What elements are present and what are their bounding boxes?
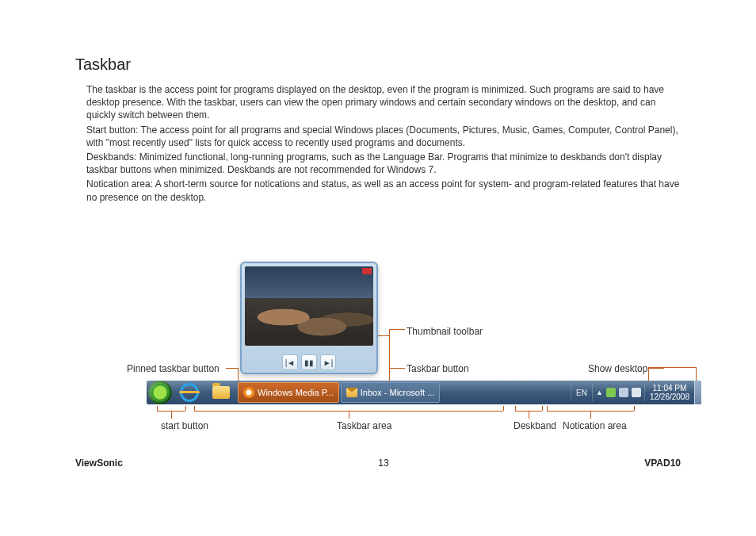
para-notification: Notication area: A short-term source for… xyxy=(86,178,681,203)
page-title: Taskbar xyxy=(75,56,681,74)
footer-model: VPAD10 xyxy=(644,458,681,469)
footer-page-number: 13 xyxy=(378,458,388,469)
tray-user-icon[interactable] xyxy=(606,388,616,397)
pinned-explorer-button[interactable] xyxy=(205,381,237,404)
wmp-icon xyxy=(243,387,254,398)
task-button-wmp-label: Windows Media P... xyxy=(258,388,334,397)
page-footer: ViewSonic 13 VPAD10 xyxy=(75,458,681,469)
mail-icon xyxy=(346,388,357,397)
thumb-prev-button[interactable]: |◄ xyxy=(282,354,298,370)
body-text: The taskbar is the access point for prog… xyxy=(86,83,681,204)
taskbar-diagram: Pinned taskbar button Thumbnail toolbar … xyxy=(75,262,681,452)
footer-brand: ViewSonic xyxy=(75,458,123,469)
thumbnail-image xyxy=(245,266,373,346)
pinned-taskbar-button-label: Pinned taskbar button xyxy=(127,363,220,374)
taskbar-area-label: Taskbar area xyxy=(337,420,391,431)
thumbnail-toolbar: |◄ ▮▮ ►| xyxy=(242,354,376,370)
ie-icon xyxy=(180,383,199,402)
notification-area: ▲ xyxy=(593,388,644,397)
notification-area-label: Notication area xyxy=(563,420,627,431)
clock-date: 12/26/2008 xyxy=(650,392,689,401)
task-button-wmp[interactable]: Windows Media P... xyxy=(238,382,339,403)
tray-expand-icon[interactable]: ▲ xyxy=(596,389,603,396)
clock-time: 11:04 PM xyxy=(650,384,689,392)
tray-volume-icon[interactable] xyxy=(632,388,641,397)
taskbar-button-label: Taskbar button xyxy=(407,363,469,374)
show-desktop-label: Show desktop xyxy=(588,363,647,374)
thumb-pause-button[interactable]: ▮▮ xyxy=(301,354,317,370)
para-start: Start button: The access point for all p… xyxy=(86,124,681,149)
thumb-next-button[interactable]: ►| xyxy=(320,354,336,370)
task-button-outlook[interactable]: Inbox - Microsoft ... xyxy=(341,382,441,403)
para-intro: The taskbar is the access point for prog… xyxy=(86,83,681,122)
thumbnail-preview[interactable]: |◄ ▮▮ ►| xyxy=(240,262,378,374)
para-deskbands: Deskbands: Minimized functional, long-ru… xyxy=(86,151,681,176)
thumbnail-toolbar-label: Thumbnail toolbar xyxy=(407,326,483,337)
start-button-label: start button xyxy=(161,420,208,431)
folder-icon xyxy=(212,386,230,399)
tray-network-icon[interactable] xyxy=(619,388,628,397)
pinned-ie-button[interactable] xyxy=(174,381,205,404)
taskbar: Windows Media P... Inbox - Microsoft ...… xyxy=(147,381,701,404)
show-desktop-button[interactable] xyxy=(694,381,701,404)
deskband-language[interactable]: EN xyxy=(571,384,593,401)
start-button[interactable] xyxy=(148,381,172,404)
deskband-label: Deskband xyxy=(514,420,556,431)
taskbar-clock[interactable]: 11:04 PM 12/26/2008 xyxy=(644,384,694,401)
task-button-outlook-label: Inbox - Microsoft ... xyxy=(361,388,435,397)
